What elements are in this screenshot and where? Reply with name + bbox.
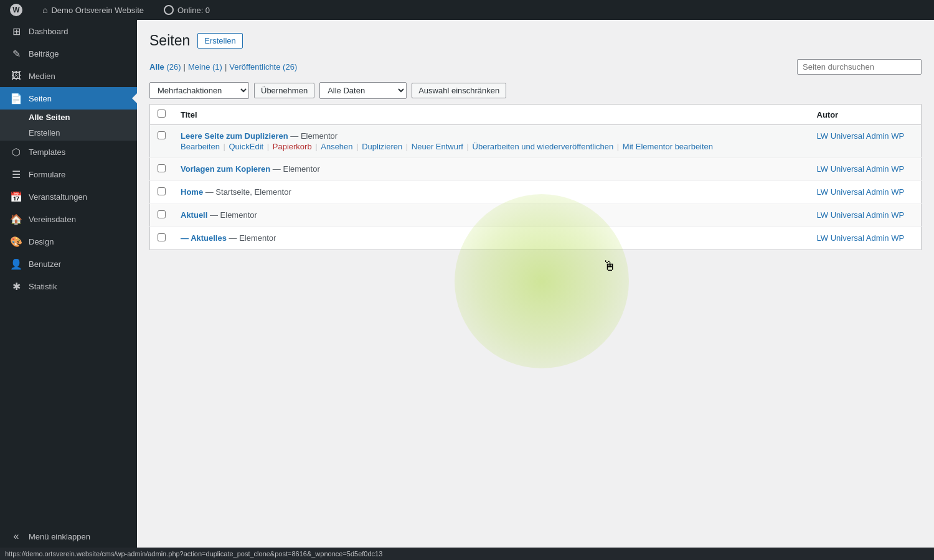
- col-header-author: Autor: [809, 105, 922, 125]
- row-subtitle: — Elementor: [288, 131, 337, 141]
- row-author-link[interactable]: LW Universal Admin WP: [817, 131, 905, 141]
- pages-table: Titel Autor Leere Seite zum Duplizieren …: [149, 104, 922, 250]
- row-checkbox[interactable]: [158, 131, 166, 139]
- templates-icon: ⬡: [10, 146, 22, 158]
- row-title-link[interactable]: Vorlagen zum Kopieren: [181, 164, 270, 174]
- sidebar-label-collapse: Menü einklappen: [29, 532, 130, 541]
- wp-logo-icon: W: [10, 4, 22, 16]
- sidebar-item-dashboard[interactable]: ⊞ Dashboard: [0, 20, 137, 42]
- filter-mine-count: (1): [212, 62, 222, 72]
- sidebar-label-formulare: Formulare: [29, 170, 130, 179]
- row-action-duplizieren[interactable]: Duplizieren: [362, 142, 402, 151]
- sidebar-item-benutzer[interactable]: 👤 Benutzer: [0, 253, 137, 275]
- sidebar-label-veranstaltungen: Veranstaltungen: [29, 192, 130, 202]
- status-url: https://demo.ortsverein.website/cms/wp-a…: [5, 550, 382, 558]
- sidebar-label-statistik: Statistik: [29, 282, 130, 291]
- formulare-icon: ☰: [10, 169, 22, 180]
- sidebar-item-beitraege[interactable]: ✎ Beiträge: [0, 42, 137, 65]
- sidebar-item-vereinsdaten[interactable]: 🏠 Vereinsdaten: [0, 208, 137, 230]
- active-arrow: [132, 93, 137, 103]
- sidebar-item-statistik[interactable]: ✱ Statistik: [0, 275, 137, 297]
- site-name-link[interactable]: ⌂ Demo Ortsverein Website: [37, 0, 149, 20]
- row-author-link[interactable]: LW Universal Admin WP: [817, 164, 905, 174]
- sidebar-item-templates[interactable]: ⬡ Templates: [0, 141, 137, 163]
- create-button[interactable]: Erstellen: [197, 33, 243, 49]
- filter-published-count: (26): [283, 62, 297, 72]
- content-area: Seiten Erstellen Alle (26) | Meine (1) |: [137, 20, 934, 548]
- filter-mine-link[interactable]: Meine (1): [188, 62, 222, 72]
- sidebar-label-templates: Templates: [29, 147, 130, 157]
- toolbar: Mehrfachaktionen Übernehmen Alle Daten A…: [149, 82, 922, 99]
- sidebar-item-formulare[interactable]: ☰ Formulare: [0, 163, 137, 185]
- design-icon: 🎨: [10, 236, 22, 248]
- row-checkbox[interactable]: [158, 187, 166, 195]
- sidebar-item-seiten[interactable]: 📄 Seiten: [0, 87, 137, 110]
- filter-all-count: (26): [166, 62, 181, 72]
- status-bar: https://demo.ortsverein.website/cms/wp-a…: [0, 548, 934, 560]
- row-title-link[interactable]: Aktuell: [181, 210, 207, 220]
- statistik-icon: ✱: [10, 281, 22, 292]
- row-subtitle: — Elementor: [270, 164, 319, 174]
- sidebar-sub-alle-seiten[interactable]: Alle Seiten: [0, 110, 137, 125]
- filter-published-link[interactable]: Veröffentlichte (26): [229, 62, 297, 72]
- collapse-icon: «: [10, 531, 22, 542]
- home-icon: ⌂: [42, 5, 47, 15]
- sidebar-item-veranstaltungen[interactable]: 📅 Veranstaltungen: [0, 185, 137, 208]
- sidebar-item-medien[interactable]: 🖼 Medien: [0, 65, 137, 87]
- table-row: — Aktuelles — ElementorLW Universal Admi…: [150, 227, 922, 250]
- row-action-ansehen[interactable]: Ansehen: [321, 142, 352, 151]
- bulk-action-select[interactable]: Mehrfachaktionen: [149, 82, 249, 99]
- medien-icon: 🖼: [10, 70, 22, 82]
- col-header-checkbox: [150, 105, 174, 125]
- row-author-link[interactable]: LW Universal Admin WP: [817, 210, 905, 220]
- row-title-link[interactable]: Leere Seite zum Duplizieren: [181, 131, 288, 141]
- filter-links-row: Alle (26) | Meine (1) | Veröffentlichte …: [149, 59, 922, 75]
- row-author-link[interactable]: LW Universal Admin WP: [817, 233, 905, 243]
- date-filter-select[interactable]: Alle Daten: [319, 82, 407, 99]
- row-author-link[interactable]: LW Universal Admin WP: [817, 187, 905, 197]
- row-action-quickedit[interactable]: QuickEdit: [229, 142, 264, 151]
- sidebar-item-design[interactable]: 🎨 Design: [0, 230, 137, 253]
- seiten-icon: 📄: [10, 93, 22, 105]
- search-input[interactable]: [797, 59, 922, 75]
- wp-logo-menu[interactable]: W: [5, 0, 27, 20]
- row-subtitle: — Startseite, Elementor: [203, 187, 291, 197]
- page-header: Seiten Erstellen: [149, 32, 922, 49]
- sidebar-sub-erstellen[interactable]: Erstellen: [0, 125, 137, 141]
- filter-mine-label: Meine: [188, 62, 210, 72]
- beitraege-icon: ✎: [10, 48, 22, 60]
- restrict-button[interactable]: Auswahl einschränken: [412, 83, 506, 98]
- sidebar-label-beitraege: Beiträge: [29, 49, 130, 58]
- content-wrapper: Seiten Erstellen Alle (26) | Meine (1) |: [149, 32, 922, 250]
- page-title: Seiten: [149, 32, 190, 49]
- filter-all-link[interactable]: Alle (26): [149, 62, 181, 72]
- apply-button[interactable]: Übernehmen: [254, 83, 314, 98]
- row-checkbox[interactable]: [158, 233, 166, 241]
- row-action-bearbeiten[interactable]: Bearbeiten: [181, 142, 220, 151]
- row-action-neuer-entwurf[interactable]: Neuer Entwurf: [412, 142, 463, 151]
- filter-all-label: Alle: [149, 62, 164, 72]
- dashboard-icon: ⊞: [10, 26, 22, 37]
- select-all-checkbox[interactable]: [158, 110, 166, 118]
- row-checkbox[interactable]: [158, 210, 166, 218]
- benutzer-icon: 👤: [10, 258, 22, 270]
- table-header-row: Titel Autor: [150, 105, 922, 125]
- filter-links: Alle (26) | Meine (1) | Veröffentlichte …: [149, 62, 792, 72]
- row-action-mit-elementor-bearbeiten[interactable]: Mit Elementor bearbeiten: [623, 142, 713, 151]
- sidebar-label-medien: Medien: [29, 72, 130, 81]
- row-actions: Bearbeiten | QuickEdit | Papierkorb | An…: [181, 142, 802, 151]
- row-checkbox[interactable]: [158, 164, 166, 172]
- table-row: Home — Startseite, ElementorLW Universal…: [150, 181, 922, 204]
- main-layout: ⊞ Dashboard ✎ Beiträge 🖼 Medien 📄 Seiten…: [0, 20, 934, 548]
- col-header-title: Titel: [173, 105, 809, 125]
- row-action-überarbeiten-und-wiederveröffentlichen[interactable]: Überarbeiten und wiederveröffentlichen: [473, 142, 614, 151]
- row-title-link[interactable]: — Aktuelles: [181, 233, 227, 243]
- sidebar-item-menue-einklappen[interactable]: « Menü einklappen: [0, 525, 137, 548]
- table-row: Leere Seite zum Duplizieren — ElementorB…: [150, 125, 922, 158]
- row-action-papierkorb[interactable]: Papierkorb: [273, 142, 312, 151]
- online-status: Online: 0: [159, 0, 215, 20]
- sidebar: ⊞ Dashboard ✎ Beiträge 🖼 Medien 📄 Seiten…: [0, 20, 137, 548]
- admin-bar: W ⌂ Demo Ortsverein Website Online: 0: [0, 0, 934, 20]
- table-row: Aktuell — ElementorLW Universal Admin WP: [150, 204, 922, 227]
- row-title-link[interactable]: Home: [181, 187, 203, 197]
